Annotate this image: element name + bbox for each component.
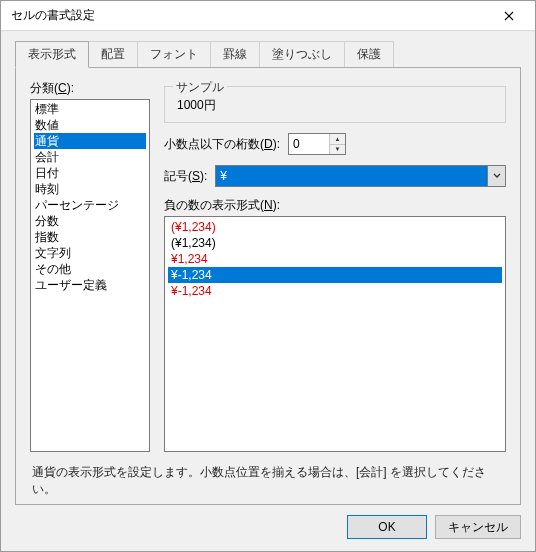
category-item[interactable]: 指数 xyxy=(31,229,149,245)
tab-strip: 表示形式 配置 フォント 罫線 塗りつぶし 保護 xyxy=(15,41,521,67)
category-item[interactable]: 標準 xyxy=(31,101,149,117)
symbol-combobox[interactable]: ¥ xyxy=(215,165,506,187)
sample-value: 1000円 xyxy=(175,97,495,114)
category-item[interactable]: ユーザー定義 xyxy=(31,277,149,293)
tab-font[interactable]: フォント xyxy=(137,41,211,67)
category-item[interactable]: パーセンテージ xyxy=(31,197,149,213)
negative-format-item[interactable]: ¥1,234 xyxy=(165,251,505,267)
negative-format-item[interactable]: ¥-1,234 xyxy=(165,283,505,299)
sample-group: サンプル 1000円 xyxy=(164,86,506,123)
category-item[interactable]: 日付 xyxy=(31,165,149,181)
sample-legend: サンプル xyxy=(173,79,227,96)
tab-fill[interactable]: 塗りつぶし xyxy=(259,41,345,67)
options-column: サンプル 1000円 小数点以下の桁数(D): ▲ ▼ xyxy=(164,80,506,452)
format-cells-dialog: セルの書式設定 表示形式 配置 フォント 罫線 塗りつぶし 保護 分類(C): … xyxy=(0,0,536,552)
description-text: 通貨の表示形式を設定します。小数点位置を揃える場合は、[会計] を選択してくださ… xyxy=(30,452,506,492)
decimals-input[interactable] xyxy=(289,134,329,154)
button-row: OK キャンセル xyxy=(1,505,535,551)
category-item[interactable]: その他 xyxy=(31,261,149,277)
spinner-up[interactable]: ▲ xyxy=(330,134,345,145)
close-button[interactable] xyxy=(489,4,529,28)
category-item[interactable]: 時刻 xyxy=(31,181,149,197)
category-item[interactable]: 数値 xyxy=(31,117,149,133)
category-item[interactable]: 文字列 xyxy=(31,245,149,261)
category-item[interactable]: 通貨 xyxy=(34,133,146,149)
category-item[interactable]: 分数 xyxy=(31,213,149,229)
spinner-buttons: ▲ ▼ xyxy=(329,134,345,154)
symbol-row: 記号(S): ¥ xyxy=(164,165,506,187)
tab-protect[interactable]: 保護 xyxy=(344,41,394,67)
cancel-button[interactable]: キャンセル xyxy=(435,515,521,539)
negative-format-item[interactable]: (¥1,234) xyxy=(165,219,505,235)
close-icon xyxy=(504,11,514,21)
decimals-label: 小数点以下の桁数(D): xyxy=(164,136,280,153)
tab-border[interactable]: 罫線 xyxy=(210,41,260,67)
category-column: 分類(C): 標準数値通貨会計日付時刻パーセンテージ分数指数文字列その他ユーザー… xyxy=(30,80,150,452)
negative-format-listbox[interactable]: (¥1,234)(¥1,234)¥1,234¥-1,234¥-1,234 xyxy=(164,216,506,452)
category-listbox[interactable]: 標準数値通貨会計日付時刻パーセンテージ分数指数文字列その他ユーザー定義 xyxy=(30,99,150,452)
symbol-label: 記号(S): xyxy=(164,168,207,185)
symbol-value: ¥ xyxy=(215,165,488,187)
decimals-row: 小数点以下の桁数(D): ▲ ▼ xyxy=(164,133,506,155)
decimals-spinner[interactable]: ▲ ▼ xyxy=(288,133,346,155)
tab-panel-display: 分類(C): 標準数値通貨会計日付時刻パーセンテージ分数指数文字列その他ユーザー… xyxy=(15,67,521,505)
tab-display[interactable]: 表示形式 xyxy=(15,41,89,68)
titlebar: セルの書式設定 xyxy=(1,1,535,31)
tab-align[interactable]: 配置 xyxy=(88,41,138,67)
category-item[interactable]: 会計 xyxy=(31,149,149,165)
chevron-down-icon xyxy=(493,173,501,179)
ok-button[interactable]: OK xyxy=(347,515,427,539)
negative-label: 負の数の表示形式(N): xyxy=(164,197,506,214)
dialog-content: 表示形式 配置 フォント 罫線 塗りつぶし 保護 分類(C): 標準数値通貨会計… xyxy=(1,31,535,505)
spinner-down[interactable]: ▼ xyxy=(330,145,345,155)
negative-format-item[interactable]: ¥-1,234 xyxy=(168,267,502,283)
dialog-title: セルの書式設定 xyxy=(11,7,489,24)
symbol-dropdown-arrow[interactable] xyxy=(488,165,506,187)
panel-top: 分類(C): 標準数値通貨会計日付時刻パーセンテージ分数指数文字列その他ユーザー… xyxy=(30,80,506,452)
category-label: 分類(C): xyxy=(30,80,150,97)
negative-format-item[interactable]: (¥1,234) xyxy=(165,235,505,251)
